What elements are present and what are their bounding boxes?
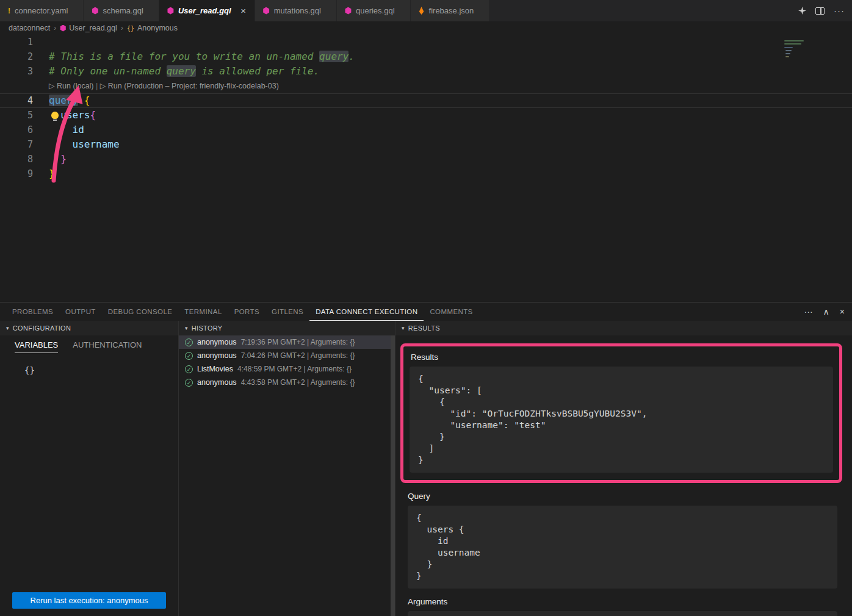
config-tab-authentication[interactable]: AUTHENTICATION <box>73 340 142 353</box>
panel-tab-data-connect-execution[interactable]: DATA CONNECT EXECUTION <box>309 303 424 321</box>
line-number: 6 <box>0 123 33 137</box>
tab-mutations.gql[interactable]: mutations.gql <box>255 0 337 21</box>
codelens-run-production[interactable]: ▷ Run (Production – Project: friendly-fl… <box>100 82 279 90</box>
tab-schema.gql[interactable]: schema.gql <box>84 0 159 21</box>
results-header-label: RESULTS <box>408 324 440 332</box>
breadcrumb-label: User_read.gql <box>69 24 117 32</box>
firebase-icon <box>419 7 425 15</box>
code-content <box>33 35 49 49</box>
code-editor[interactable]: 12# This is a file for you to write an u… <box>0 35 852 302</box>
chevron-down-icon: ▾ <box>6 325 9 331</box>
query-block: Query { users { id username } } <box>408 492 837 589</box>
config-tab-variables[interactable]: VARIABLES <box>15 340 58 353</box>
code-line: 7 username <box>0 137 852 152</box>
history-item[interactable]: ✓anonymous7:04:26 PM GMT+2 | Arguments: … <box>179 349 391 362</box>
tab-label: connector.yaml <box>15 6 68 15</box>
line-number <box>0 79 33 93</box>
minimap[interactable] <box>782 37 809 63</box>
breadcrumb-item-anonymous[interactable]: {}Anonymous <box>127 24 178 32</box>
code-content: username <box>33 137 120 152</box>
breadcrumb: dataconnect›User_read.gql›{}Anonymous <box>0 21 852 35</box>
history-item[interactable]: ✓anonymous7:19:36 PM GMT+2 | Arguments: … <box>179 335 391 349</box>
arguments-block: Arguments {} <box>408 597 837 616</box>
panel-tab-terminal[interactable]: TERMINAL <box>178 303 228 321</box>
line-number: 3 <box>0 64 33 79</box>
tab-label: queries.gql <box>356 6 395 15</box>
arguments-label: Arguments <box>408 597 837 606</box>
arguments-text: {} <box>408 611 837 616</box>
configuration-header[interactable]: ▾ CONFIGURATION <box>0 321 178 335</box>
graphql-icon <box>345 7 352 15</box>
graphql-icon <box>167 7 174 15</box>
results-header[interactable]: ▾ RESULTS <box>395 321 852 335</box>
results-content: Results { "users": [ { "id": "OrTucFODZH… <box>395 335 852 616</box>
code-line: 2# This is a file for you to write an un… <box>0 49 852 64</box>
vscode-window: !connector.yamlschema.gqlUser_read.gql×m… <box>0 0 852 616</box>
panel-close-icon[interactable]: × <box>840 307 845 317</box>
panel-tab-ports[interactable]: PORTS <box>228 303 265 321</box>
panel-collapse-icon[interactable]: ∧ <box>823 307 829 317</box>
history-item-name: ListMovies <box>197 365 233 373</box>
tab-queries.gql[interactable]: queries.gql <box>337 0 411 21</box>
panel-tab-debug-console[interactable]: DEBUG CONSOLE <box>102 303 179 321</box>
history-item-name: anonymous <box>197 338 237 346</box>
graphql-icon <box>92 7 98 15</box>
panel-tab-bar: PROBLEMSOUTPUTDEBUG CONSOLETERMINALPORTS… <box>0 303 852 321</box>
code-content: # This is a file for you to write an un-… <box>33 49 355 64</box>
tab-User_read.gql[interactable]: User_read.gql× <box>159 0 255 21</box>
tab-firebase.json[interactable]: firebase.json <box>411 0 490 21</box>
breadcrumb-label: Anonymous <box>137 24 178 32</box>
line-number: 1 <box>0 35 33 49</box>
check-circle-icon: ✓ <box>185 379 193 387</box>
code-line: 1 <box>0 35 852 49</box>
history-item-meta: 4:43:58 PM GMT+2 | Arguments: {} <box>241 378 355 387</box>
symbol-icon: {} <box>127 25 134 32</box>
copilot-icon[interactable] <box>798 7 806 15</box>
breadcrumb-items: dataconnect›User_read.gql›{}Anonymous <box>9 24 178 32</box>
code-line: 6 id <box>0 123 852 137</box>
check-circle-icon: ✓ <box>185 338 193 346</box>
line-number: 8 <box>0 152 33 167</box>
history-item[interactable]: ✓anonymous4:43:58 PM GMT+2 | Arguments: … <box>179 376 391 389</box>
breadcrumb-item-dataconnect[interactable]: dataconnect <box>9 24 50 32</box>
panel-tab-comments[interactable]: COMMENTS <box>424 303 478 321</box>
check-circle-icon: ✓ <box>185 352 193 360</box>
breadcrumb-separator: › <box>121 24 123 32</box>
history-header-label: HISTORY <box>192 324 223 332</box>
lightbulb-icon[interactable] <box>51 112 59 119</box>
panel-tab-problems[interactable]: PROBLEMS <box>6 303 59 321</box>
history-header[interactable]: ▾ HISTORY <box>179 321 395 335</box>
warning-icon: ! <box>8 7 10 15</box>
code-content: } <box>33 167 55 181</box>
panel-tabs: PROBLEMSOUTPUTDEBUG CONSOLETERMINALPORTS… <box>6 303 479 321</box>
check-circle-icon: ✓ <box>185 365 193 373</box>
code-lines: 12# This is a file for you to write an u… <box>0 35 852 181</box>
editor-actions: ··· <box>798 0 845 21</box>
editor-tabs: !connector.yamlschema.gqlUser_read.gql×m… <box>0 0 489 21</box>
tab-connector.yaml[interactable]: !connector.yaml <box>0 0 84 21</box>
panel-tab-output[interactable]: OUTPUT <box>59 303 102 321</box>
close-tab-icon[interactable]: × <box>239 5 248 16</box>
split-editor-icon[interactable] <box>815 7 825 15</box>
line-number: 2 <box>0 49 33 64</box>
code-line: 4query { <box>0 93 852 108</box>
line-number: 7 <box>0 137 33 152</box>
panel-tab-gitlens[interactable]: GITLENS <box>265 303 309 321</box>
results-annotation-box: Results { "users": [ { "id": "OrTucFODZH… <box>400 343 842 483</box>
history-item[interactable]: ✓ListMovies4:48:59 PM GMT+2 | Arguments:… <box>179 362 391 376</box>
history-scrollbar[interactable] <box>391 335 395 616</box>
code-line: 9} <box>0 167 852 181</box>
line-number: 5 <box>0 108 33 123</box>
panel-more-actions-icon[interactable]: ··· <box>804 307 813 317</box>
results-json: { "users": [ { "id": "OrTucFODZHTksvBSBU… <box>410 367 833 473</box>
line-number: 4 <box>0 93 33 108</box>
query-label: Query <box>408 492 837 501</box>
panel-body: ▾ CONFIGURATION VARIABLESAUTHENTICATION … <box>0 321 852 616</box>
rerun-button[interactable]: Rerun last execution: anonymous <box>12 592 166 609</box>
code-content: id <box>33 123 84 137</box>
breadcrumb-item-user_read.gql[interactable]: User_read.gql <box>60 24 117 32</box>
line-number: 9 <box>0 167 33 181</box>
editor-more-actions-icon[interactable]: ··· <box>834 5 845 16</box>
variables-value: {} <box>24 365 178 375</box>
codelens-run-local[interactable]: ▷ Run (local) <box>49 82 94 90</box>
